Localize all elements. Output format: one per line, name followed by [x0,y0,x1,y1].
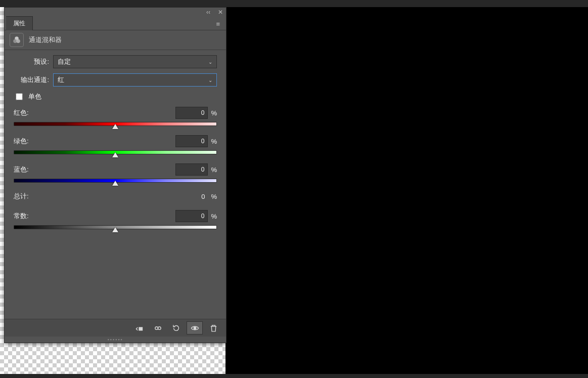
green-slider-handle[interactable] [112,152,118,157]
svg-point-2 [16,39,20,44]
tab-properties[interactable]: 属性 [6,16,33,30]
percent-symbol: % [211,109,217,117]
blue-value-input[interactable] [175,163,208,176]
panel-titlebar[interactable]: ‹‹ ✕ [5,8,226,17]
properties-panel: ‹‹ ✕ 属性 ≡ 通道混和器 预设: 自定 ⌄ 输出通道: 红 ⌄ [4,7,227,343]
green-label: 绿色: [14,137,29,146]
preset-dropdown[interactable]: 自定 ⌄ [53,55,217,68]
panel-tabs: 属性 ≡ [5,17,226,30]
total-value: 0 [179,193,208,200]
total-row: 总计: 0 % [14,192,217,201]
channel-mixer-icon [10,33,24,47]
adjustment-title: 通道混和器 [29,35,62,45]
green-slider-track[interactable] [14,150,217,154]
view-previous-state-button[interactable] [150,322,165,334]
red-label: 红色: [14,108,29,117]
delete-button[interactable] [206,322,221,334]
panel-menu-icon[interactable]: ≡ [214,18,222,30]
blue-slider-handle[interactable] [112,181,118,186]
red-slider-handle[interactable] [112,124,118,129]
output-channel-label: 输出通道: [14,75,53,85]
green-value-input[interactable] [175,135,208,147]
panel-close-icon[interactable]: ✕ [217,9,224,16]
constant-slider-group: 常数: % [14,210,217,229]
constant-slider-track[interactable] [14,225,217,229]
red-value-input[interactable] [175,107,208,119]
panel-resize-handle[interactable]: ▪▪▪▪▪▪ [5,337,226,343]
monochrome-row: 单色 [14,92,217,102]
svg-point-5 [158,326,161,329]
red-slider-track[interactable] [14,122,217,126]
svg-point-4 [155,326,158,329]
clip-to-layer-button[interactable] [132,322,147,334]
preset-row: 预设: 自定 ⌄ [14,55,217,68]
constant-slider-handle[interactable] [112,227,118,232]
output-channel-row: 输出通道: 红 ⌄ [14,73,217,87]
panel-header: 通道混和器 [5,30,226,50]
panel-footer [5,319,226,337]
blue-label: 蓝色: [14,165,29,174]
output-channel-value: 红 [58,75,64,85]
svg-point-6 [194,327,196,329]
app-topbar [0,0,588,7]
monochrome-label: 单色 [28,92,41,101]
blue-slider-track[interactable] [14,179,217,183]
total-label: 总计: [14,192,29,201]
chevron-down-icon: ⌄ [208,59,212,65]
percent-symbol: % [211,166,217,174]
output-channel-dropdown[interactable]: 红 ⌄ [53,73,217,87]
percent-symbol: % [211,193,217,200]
toggle-visibility-button[interactable] [187,321,203,334]
svg-rect-3 [139,327,143,330]
green-slider-group: 绿色: % [14,135,217,154]
percent-symbol: % [211,213,217,220]
panel-collapse-icon[interactable]: ‹‹ [205,9,212,16]
percent-symbol: % [211,138,217,145]
preset-label: 预设: [14,57,53,66]
canvas-area[interactable] [225,7,584,374]
red-slider-group: 红色: % [14,107,217,126]
panel-body: 预设: 自定 ⌄ 输出通道: 红 ⌄ 单色 红色: % [5,50,226,319]
app-bottombar [0,374,588,378]
constant-label: 常数: [14,212,29,221]
blue-slider-group: 蓝色: % [14,163,217,183]
chevron-down-icon: ⌄ [208,77,212,83]
monochrome-checkbox[interactable] [16,93,23,100]
constant-value-input[interactable] [175,210,208,222]
reset-button[interactable] [168,322,184,334]
preset-value: 自定 [58,57,71,66]
